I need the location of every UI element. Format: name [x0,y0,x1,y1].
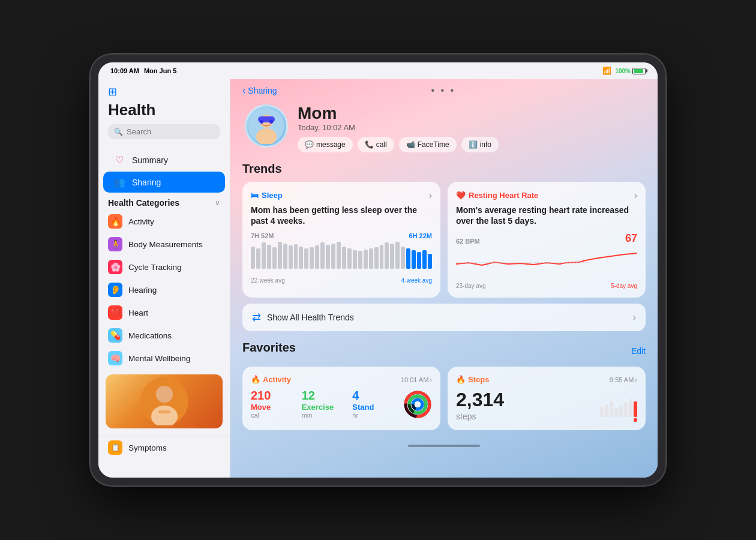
health-categories-section: Health Categories ∨ [98,193,230,210]
favorites-header: Favorites Edit [242,341,646,361]
trends-heading: Trends [242,162,646,176]
body-measurements-icon: 🧍 [108,237,122,251]
sleep-bar [406,248,410,269]
sidebar-item-sharing[interactable]: 👥 Sharing [103,172,225,193]
heart-rate-chart [456,247,637,280]
trends-icon: ⇄ [252,311,261,324]
sleep-description: Mom has been getting less sleep over the… [251,205,432,226]
activity-rings-svg [403,390,432,419]
status-date: Mon Jun 5 [144,67,176,74]
message-button[interactable]: 💬 message [298,137,353,152]
sleep-22w-value: 7H 52M [251,232,274,239]
action-buttons: 💬 message 📞 call 📹 FaceTime [298,137,643,152]
sleep-bar [256,248,260,269]
heart-rate-svg [456,247,637,274]
profile-info: Mom Today, 10:02 AM 💬 message 📞 call [298,104,643,152]
sleep-bar [304,248,308,269]
activity-fav-title: 🔥 Activity [251,375,291,384]
heart-rate-current: 67 [625,232,637,245]
call-button[interactable]: 📞 call [358,137,394,152]
steps-time-value: 9:55 AM [610,376,634,383]
show-trends-chevron-icon: › [633,312,636,323]
cycle-tracking-icon: 🌸 [108,260,122,274]
sleep-icon: 🛏 [251,191,259,200]
move-value: 210 [251,389,292,403]
sharing-icon: 👥 [113,176,126,188]
svg-rect-4 [158,410,170,413]
sleep-bar [428,254,432,269]
call-label: call [376,140,387,149]
steps-bar [634,401,637,417]
profile-photo-card[interactable] [106,374,223,428]
sleep-bar [337,242,341,269]
facetime-icon: 📹 [406,140,415,149]
heart-rate-bpm: 62 BPM [456,238,480,245]
sleep-bar [283,244,287,269]
exercise-metric: 12 Exercise min [302,389,343,419]
heart-rate-values: 62 BPM 67 [456,232,637,245]
sleep-trend-card[interactable]: 🛏 Sleep › Mom has been getting less slee… [242,182,440,298]
exercise-value: 12 [302,389,343,403]
trends-section: Trends 🛏 Sleep › Mom has been g [230,162,658,440]
sleep-4w-value: 6H 22M [409,232,432,239]
steps-bar [629,399,632,417]
steps-fav-card[interactable]: 🔥 Steps 9:55 AM › [448,367,646,430]
profile-time: Today, 10:02 AM [298,123,643,132]
category-body-measurements[interactable]: 🧍 Body Measurements [98,233,230,256]
steps-number-area: 2,314 steps [456,389,504,422]
sleep-bar [358,251,362,269]
activity-metrics: 210 Move cal 12 Exercise min [251,389,432,419]
heart-rate-trend-card[interactable]: ❤️ Resting Heart Rate › Mom's average re… [448,182,646,298]
sleep-bar [315,245,319,269]
chevron-down-icon[interactable]: ∨ [215,199,220,207]
sleep-bar [267,245,271,269]
category-heart[interactable]: ❤️ Heart [98,301,230,324]
stand-unit: hr [352,412,394,419]
sleep-bar [412,250,416,269]
move-metric: 210 Move cal [251,389,292,419]
activity-fav-time: 10:01 AM › [401,376,432,383]
svg-point-9 [260,120,263,124]
category-medications[interactable]: 💊 Medications [98,324,230,347]
category-activity[interactable]: 🔥 Activity [98,210,230,233]
facetime-label: FaceTime [418,140,449,149]
exercise-label-text: Exercise [302,403,343,412]
symptoms-label: Symptoms [128,443,167,452]
search-input[interactable] [127,127,227,136]
steps-fav-header: 🔥 Steps 9:55 AM › [456,375,637,384]
show-all-trends-button[interactable]: ⇄ Show All Health Trends › [242,304,646,331]
sleep-bars [251,242,432,269]
heart-rate-title: Resting Heart Rate [469,191,538,200]
edit-button[interactable]: Edit [631,346,646,356]
category-hearing[interactable]: 👂 Hearing [98,278,230,301]
battery-indicator: 100% [615,68,646,74]
sidebar-item-symptoms[interactable]: 📋 Symptoms [98,436,230,459]
wifi-icon: 📶 [602,67,611,75]
ipad-screen: 10:09 AM Mon Jun 5 📶 100% ⊞ Health [98,62,658,478]
back-button[interactable]: ‹ Sharing [242,85,277,96]
hearing-label: Hearing [128,286,157,295]
heart-rate-chart-labels: 23-day avg 5-day avg [456,283,637,289]
search-bar[interactable]: 🔍 🎤 [108,124,220,139]
info-button[interactable]: ℹ️ info [461,137,499,152]
favorites-grid: 🔥 Activity 10:01 AM › 210 [242,367,646,430]
activity-fav-card[interactable]: 🔥 Activity 10:01 AM › 210 [242,367,440,430]
favorites-heading: Favorites [242,341,296,355]
health-categories-title: Health Categories [108,198,179,208]
sidebar-item-summary[interactable]: ♡ Summary [103,149,225,170]
activity-label: Activity [128,217,154,226]
heart-rate-23d-label: 23-day avg [456,283,485,289]
category-cycle-tracking[interactable]: 🌸 Cycle Tracking [98,256,230,278]
sidebar-split-icon: ⊞ [108,85,220,98]
cycle-tracking-label: Cycle Tracking [128,263,182,272]
main-header: ‹ Sharing • • • [230,79,658,98]
stand-label-text: Stand [352,403,394,412]
sleep-bar [385,242,389,269]
facetime-button[interactable]: 📹 FaceTime [399,137,457,152]
info-icon: ℹ️ [469,140,478,149]
sleep-bar [251,247,255,269]
activity-fav-icon: 🔥 [251,375,260,384]
sleep-values: 7H 52M 6H 22M [251,232,432,239]
category-mental-wellbeing[interactable]: 🧠 Mental Wellbeing [98,347,230,370]
exercise-unit: min [302,412,343,419]
